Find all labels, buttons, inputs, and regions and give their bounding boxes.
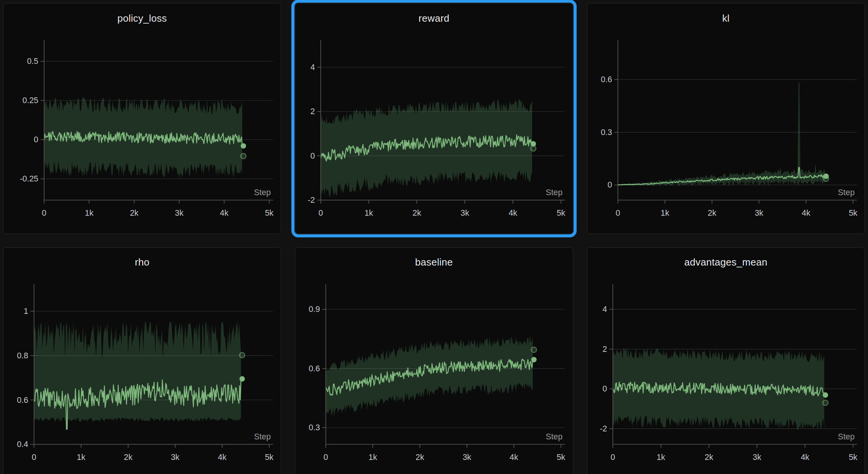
- chart-card-policy-loss[interactable]: policy_loss 0.50.250-0.2501k2k3k4k5kStep: [3, 3, 281, 234]
- chart-plot-rho[interactable]: 10.80.60.401k2k3k4k5kStep: [3, 277, 281, 474]
- x-axis-label: Step: [838, 188, 855, 197]
- x-tick-label: 4k: [801, 452, 809, 461]
- chart-plot-reward[interactable]: 420-201k2k3k4k5kStep: [295, 33, 572, 234]
- x-tick-label: 2k: [704, 452, 713, 461]
- x-tick-label: 5k: [265, 452, 273, 461]
- chart-title: reward: [295, 3, 572, 33]
- x-tick-label: 3k: [171, 452, 180, 461]
- x-tick-label: 1k: [660, 208, 669, 218]
- x-tick-label: 1k: [365, 208, 374, 218]
- x-tick-label: 2k: [130, 208, 138, 218]
- x-tick-label: 5k: [265, 208, 273, 218]
- x-axis-label: Step: [546, 432, 563, 441]
- chart-card-rho[interactable]: rho 10.80.60.401k2k3k4k5kStep: [3, 247, 281, 474]
- x-tick-label: 3k: [753, 452, 761, 461]
- chart-title: policy_loss: [3, 3, 281, 33]
- series-band: [618, 82, 825, 186]
- x-axis-label: Step: [546, 188, 563, 197]
- end-dot: [531, 141, 536, 146]
- chart-card-kl[interactable]: kl 0.60.3001k2k3k4k5kStep: [587, 3, 865, 234]
- chart-card-baseline[interactable]: baseline 0.90.60.301k2k3k4k5kStep: [295, 247, 573, 474]
- x-tick-label: 0: [610, 452, 615, 461]
- y-tick-label: 4: [310, 63, 315, 72]
- y-tick-label: 0.6: [309, 364, 320, 373]
- end-dot-faint: [823, 400, 828, 405]
- chart-title: baseline: [295, 248, 572, 277]
- x-tick-label: 4k: [218, 452, 227, 461]
- chart-card-reward[interactable]: reward 420-201k2k3k4k5kStep: [295, 3, 573, 234]
- x-tick-label: 3k: [461, 208, 469, 218]
- chart-title: kl: [587, 3, 865, 33]
- x-tick-label: 4k: [220, 208, 229, 218]
- x-tick-label: 0: [615, 208, 620, 218]
- end-dot: [823, 392, 828, 398]
- y-tick-label: 0: [607, 180, 612, 189]
- x-tick-label: 5k: [849, 452, 857, 461]
- x-tick-label: 3k: [175, 208, 184, 218]
- y-tick-label: 0.6: [601, 75, 612, 84]
- end-dot-faint: [239, 352, 245, 358]
- x-tick-label: 1k: [657, 452, 665, 461]
- y-tick-label: 4: [603, 305, 607, 314]
- y-tick-label: -2: [600, 424, 607, 433]
- x-tick-label: 4k: [801, 208, 810, 218]
- x-tick-label: 0: [32, 452, 37, 461]
- x-tick-label: 2k: [124, 452, 133, 461]
- x-tick-label: 0: [324, 452, 328, 461]
- end-dot: [239, 376, 245, 381]
- y-tick-label: 2: [310, 107, 315, 116]
- x-tick-label: 0: [319, 208, 323, 218]
- y-tick-label: -2: [308, 196, 315, 205]
- chart-title: rho: [3, 248, 281, 277]
- chart-plot-advantages-mean[interactable]: 420-201k2k3k4k5kStep: [587, 277, 865, 474]
- x-tick-label: 4k: [510, 452, 518, 461]
- end-dot: [531, 357, 537, 362]
- x-tick-label: 4k: [509, 208, 518, 218]
- end-dot-faint: [241, 153, 246, 159]
- y-tick-label: 0.25: [22, 96, 38, 105]
- x-tick-label: 2k: [416, 452, 424, 461]
- y-tick-label: 0.8: [17, 351, 28, 360]
- x-tick-label: 3k: [755, 208, 763, 218]
- x-tick-label: 2k: [707, 208, 716, 218]
- x-tick-label: 5k: [557, 452, 566, 461]
- x-tick-label: 3k: [463, 452, 471, 461]
- chart-plot-kl[interactable]: 0.60.3001k2k3k4k5kStep: [587, 33, 865, 234]
- x-axis-label: Step: [254, 432, 271, 441]
- y-tick-label: 0: [34, 135, 38, 144]
- end-dot: [241, 143, 246, 148]
- y-tick-label: 0.6: [17, 395, 28, 404]
- x-tick-label: 5k: [849, 208, 857, 218]
- y-tick-label: 1: [24, 307, 28, 316]
- y-tick-label: 0: [603, 384, 607, 393]
- x-tick-label: 5k: [557, 208, 566, 218]
- x-tick-label: 1k: [369, 452, 377, 461]
- end-dot-faint: [531, 347, 537, 352]
- chart-title: advantages_mean: [587, 248, 865, 277]
- x-tick-label: 1k: [85, 208, 94, 218]
- y-tick-label: 0.5: [27, 57, 38, 66]
- y-tick-label: 0.3: [309, 423, 320, 432]
- y-tick-label: 0: [310, 151, 315, 161]
- end-dot: [823, 173, 828, 179]
- series-band: [326, 335, 533, 416]
- x-axis-label: Step: [254, 188, 271, 197]
- end-dot-faint: [531, 146, 536, 151]
- chart-card-advantages-mean[interactable]: advantages_mean 420-201k2k3k4k5kStep: [587, 247, 865, 474]
- x-tick-label: 0: [42, 208, 46, 218]
- y-tick-label: 2: [603, 345, 607, 354]
- chart-plot-baseline[interactable]: 0.90.60.301k2k3k4k5kStep: [295, 277, 572, 474]
- x-axis-label: Step: [838, 432, 855, 441]
- y-tick-label: 0.9: [309, 305, 320, 314]
- y-tick-label: 0.4: [17, 440, 28, 449]
- dashboard-grid: policy_loss 0.50.250-0.2501k2k3k4k5kStep…: [0, 0, 868, 474]
- chart-plot-policy-loss[interactable]: 0.50.250-0.2501k2k3k4k5kStep: [3, 33, 281, 234]
- y-tick-label: -0.25: [20, 174, 38, 183]
- y-tick-label: 0.3: [601, 128, 612, 137]
- x-tick-label: 2k: [413, 208, 421, 218]
- series-band: [34, 322, 241, 422]
- x-tick-label: 1k: [77, 452, 86, 461]
